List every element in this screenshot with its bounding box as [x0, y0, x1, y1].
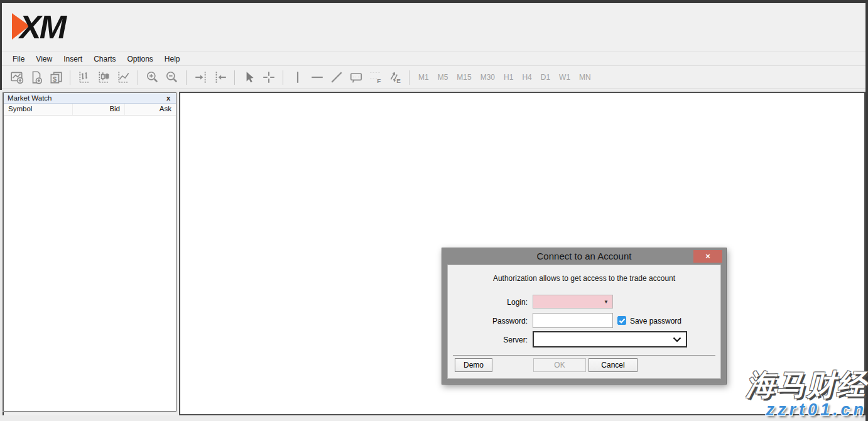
shapes-icon: E	[388, 70, 402, 84]
text-balloon-icon	[349, 70, 363, 84]
toolbar-separator	[409, 70, 410, 85]
menu-charts[interactable]: Charts	[88, 52, 121, 66]
timeframe-m1[interactable]: M1	[418, 73, 429, 82]
column-header-symbol[interactable]: Symbol	[4, 104, 73, 115]
connect-account-dialog: Connect to an Account × Authorization al…	[442, 248, 727, 385]
column-header-ask[interactable]: Ask	[125, 104, 176, 115]
menu-insert[interactable]: Insert	[58, 52, 88, 66]
market-watch-close-icon[interactable]: x	[165, 94, 172, 102]
menu-file[interactable]: File	[7, 52, 30, 66]
timeframe-d1[interactable]: D1	[541, 73, 550, 82]
shapes-tool-button[interactable]: E	[386, 69, 403, 86]
vertical-line-icon	[291, 70, 305, 84]
accounts-button[interactable]: $	[47, 69, 64, 86]
chart-shift-icon	[214, 70, 227, 84]
timeframe-m5[interactable]: M5	[438, 73, 448, 82]
login-dropdown-arrow-icon[interactable]: ▼	[604, 299, 609, 305]
column-header-bid[interactable]: Bid	[73, 104, 125, 115]
cancel-button[interactable]: Cancel	[589, 358, 637, 372]
ok-button[interactable]: OK	[533, 358, 586, 372]
auto-scroll-button[interactable]	[192, 69, 209, 86]
new-profile-button[interactable]	[28, 69, 45, 86]
line-chart-icon	[117, 70, 131, 84]
market-watch-header: Symbol Bid Ask	[4, 104, 176, 116]
new-chart-icon	[10, 70, 24, 84]
timeframe-h1[interactable]: H1	[504, 73, 513, 82]
new-page-icon	[30, 70, 43, 84]
svg-text:E: E	[396, 77, 401, 84]
xm-logo: XM	[11, 9, 86, 44]
text-label-tool-button[interactable]	[347, 69, 364, 86]
menu-view[interactable]: View	[30, 52, 58, 66]
server-chevron-down-icon[interactable]	[673, 337, 681, 342]
chart-shift-button[interactable]	[212, 69, 229, 86]
trendline-icon	[330, 70, 344, 84]
crosshair-icon	[262, 70, 276, 84]
demo-button[interactable]: Demo	[455, 358, 492, 372]
fibonacci-tool-button[interactable]: F	[367, 69, 384, 86]
cursor-button[interactable]	[241, 69, 258, 86]
bar-chart-mode-button[interactable]	[76, 69, 93, 86]
timeframe-w1[interactable]: W1	[559, 73, 570, 82]
login-label: Login:	[448, 298, 528, 307]
dialog-titlebar[interactable]: Connect to an Account ×	[442, 248, 726, 265]
market-watch-panel: Market Watch x Symbol Bid Ask	[3, 92, 176, 412]
xm-logo-text: XM	[18, 9, 68, 44]
market-watch-title: Market Watch	[8, 94, 165, 102]
crosshair-button[interactable]	[260, 69, 277, 86]
trendline-tool-button[interactable]	[328, 69, 345, 86]
window-bottom-strip	[0, 415, 868, 421]
line-chart-mode-button[interactable]	[115, 69, 132, 86]
svg-text:$: $	[53, 75, 57, 83]
server-label: Server:	[448, 336, 528, 344]
timeframe-mn[interactable]: MN	[579, 73, 591, 82]
bar-chart-icon	[78, 70, 92, 84]
window-right-border	[865, 0, 868, 421]
save-password-checkbox[interactable]	[617, 316, 626, 325]
svg-text:F: F	[377, 77, 381, 84]
zoom-in-icon	[146, 70, 160, 84]
toolbar: $	[2, 66, 865, 89]
timeframe-m15[interactable]: M15	[457, 73, 471, 82]
zoom-in-button[interactable]	[144, 69, 161, 86]
dialog-subtitle: Authorization allows to get access to th…	[448, 274, 720, 283]
cursor-icon	[242, 70, 256, 84]
market-watch-titlebar: Market Watch x	[4, 93, 176, 104]
vertical-line-tool-button[interactable]	[289, 69, 306, 86]
server-dropdown[interactable]	[533, 331, 687, 347]
password-label: Password:	[448, 317, 528, 325]
save-password-label: Save password	[630, 317, 681, 325]
brand-banner: XM	[2, 3, 865, 52]
check-icon	[619, 317, 626, 324]
horizontal-line-icon	[310, 70, 324, 84]
login-combobox[interactable]: ▼	[533, 295, 613, 309]
toolbar-separator	[138, 70, 138, 85]
zoom-out-icon	[165, 70, 179, 84]
market-watch-body	[4, 116, 176, 411]
fibonacci-icon: F	[369, 70, 382, 84]
timeframe-h4[interactable]: H4	[522, 73, 531, 82]
menu-bar: File View Insert Charts Options Help	[2, 52, 865, 66]
auto-scroll-icon	[194, 70, 208, 84]
dollar-pages-icon: $	[49, 70, 63, 84]
candlestick-mode-button[interactable]	[95, 69, 112, 86]
toolbar-separator	[234, 70, 235, 85]
window-chrome: XM File View Insert Charts Options Help	[0, 3, 865, 90]
dialog-separator	[453, 355, 715, 356]
new-chart-button[interactable]	[8, 69, 25, 86]
dialog-close-button[interactable]: ×	[693, 250, 722, 263]
menu-help[interactable]: Help	[159, 52, 186, 66]
password-input[interactable]	[533, 313, 613, 328]
horizontal-line-tool-button[interactable]	[308, 69, 325, 86]
toolbar-separator	[283, 70, 283, 85]
toolbar-separator	[186, 70, 187, 85]
toolbar-separator	[70, 70, 70, 85]
dialog-body: Authorization allows to get access to th…	[447, 265, 721, 379]
candlestick-icon	[97, 70, 111, 84]
application-window: XM File View Insert Charts Options Help	[0, 0, 868, 421]
dialog-title: Connect to an Account	[442, 248, 726, 264]
timeframe-m30[interactable]: M30	[480, 73, 495, 82]
zoom-out-button[interactable]	[163, 69, 180, 86]
menu-options[interactable]: Options	[122, 52, 159, 66]
